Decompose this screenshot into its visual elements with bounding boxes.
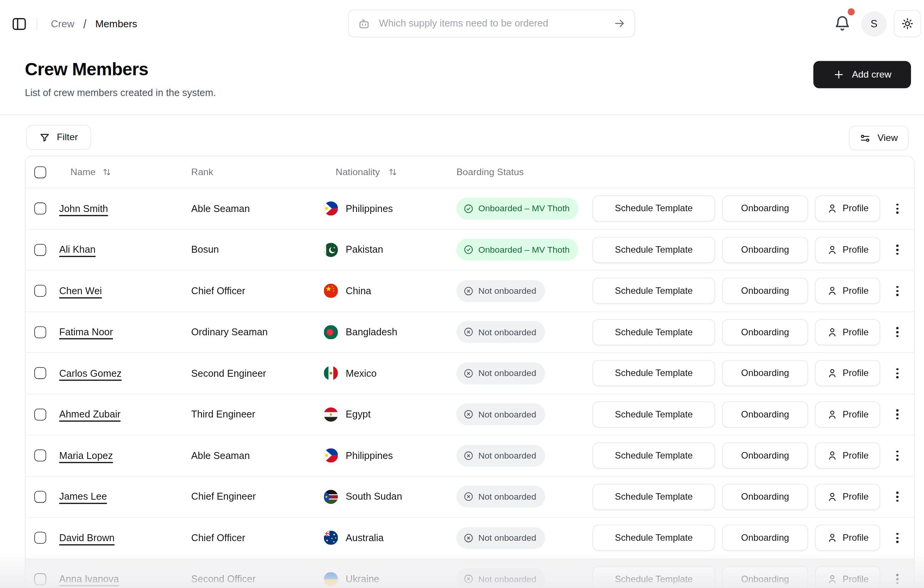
onboarding-button[interactable]: Onboarding [722, 278, 808, 304]
row-checkbox[interactable] [34, 573, 46, 585]
status-cell: Not onboarded [456, 445, 593, 467]
row-checkbox[interactable] [34, 285, 46, 297]
row-checkbox[interactable] [34, 326, 46, 338]
row-menu-button[interactable] [891, 320, 904, 344]
row-checkbox[interactable] [34, 409, 46, 421]
row-checkbox[interactable] [34, 244, 46, 256]
nationality-cell: Australia [324, 531, 456, 545]
crew-name-link[interactable]: Anna Ivanova [59, 573, 119, 584]
status-badge: Not onboarded [456, 568, 545, 588]
profile-button[interactable]: Profile [815, 237, 880, 263]
profile-label: Profile [843, 327, 869, 338]
breadcrumb: Crew / Members [51, 0, 137, 48]
row-menu-button[interactable] [891, 526, 904, 550]
user-avatar[interactable]: S [861, 11, 887, 36]
onboarding-button[interactable]: Onboarding [722, 195, 808, 222]
sidebar-toggle-button[interactable] [11, 16, 27, 32]
schedule-template-button[interactable]: Schedule Template [593, 319, 715, 345]
onboarding-button[interactable]: Onboarding [722, 237, 808, 263]
theme-toggle-button[interactable] [894, 10, 921, 37]
profile-button[interactable]: Profile [815, 566, 880, 588]
crew-name-link[interactable]: Ali Khan [59, 244, 96, 255]
flag-icon-pakistan [324, 243, 338, 257]
profile-button[interactable]: Profile [815, 278, 880, 304]
row-checkbox[interactable] [34, 367, 46, 379]
view-label: View [878, 133, 898, 143]
schedule-template-button[interactable]: Schedule Template [593, 442, 715, 469]
add-crew-button[interactable]: Add crew [813, 61, 911, 88]
breadcrumb-crew[interactable]: Crew [51, 18, 74, 30]
sort-icon[interactable] [388, 167, 398, 177]
row-menu-button[interactable] [891, 402, 904, 426]
schedule-template-button[interactable]: Schedule Template [593, 360, 715, 386]
ai-search-bar[interactable] [348, 10, 635, 37]
row-menu-button[interactable] [891, 485, 904, 509]
row-checkbox[interactable] [34, 450, 46, 462]
check-circle-icon [463, 245, 473, 255]
schedule-template-button[interactable]: Schedule Template [593, 237, 715, 263]
crew-name-link[interactable]: Carlos Gomez [59, 368, 122, 378]
row-menu-button[interactable] [891, 361, 904, 385]
schedule-template-button[interactable]: Schedule Template [593, 525, 715, 551]
profile-label: Profile [843, 409, 869, 420]
row-menu-button[interactable] [891, 444, 904, 467]
profile-button[interactable]: Profile [815, 319, 880, 345]
x-circle-icon [463, 533, 473, 543]
schedule-template-button[interactable]: Schedule Template [593, 484, 715, 510]
column-header-rank[interactable]: Rank [191, 167, 324, 177]
row-menu-button[interactable] [891, 279, 904, 303]
onboarding-button[interactable]: Onboarding [722, 566, 808, 588]
profile-label: Profile [843, 450, 869, 461]
onboarding-button[interactable]: Onboarding [722, 525, 808, 551]
profile-button[interactable]: Profile [815, 484, 880, 510]
profile-button[interactable]: Profile [815, 360, 880, 386]
onboarding-button[interactable]: Onboarding [722, 484, 808, 510]
crew-name-link[interactable]: James Lee [59, 491, 107, 502]
row-menu-button[interactable] [891, 567, 904, 588]
row-checkbox[interactable] [34, 532, 46, 544]
crew-name-link[interactable]: Fatima Noor [59, 326, 113, 337]
status-label: Not onboarded [478, 327, 536, 337]
rank-cell: Chief Engineer [191, 491, 324, 502]
crew-name-link[interactable]: John Smith [59, 203, 108, 214]
flag-icon-bangladesh [324, 325, 338, 339]
flag-icon-china [324, 284, 338, 298]
search-submit-arrow-icon[interactable] [613, 17, 626, 30]
crew-name-link[interactable]: Chen Wei [59, 285, 102, 296]
profile-button[interactable]: Profile [815, 401, 880, 427]
schedule-template-button[interactable]: Schedule Template [593, 278, 715, 304]
status-badge: Not onboarded [456, 527, 545, 549]
onboarding-button[interactable]: Onboarding [722, 319, 808, 345]
onboarding-button[interactable]: Onboarding [722, 401, 808, 427]
table-row: Ahmed Zubair Third Engineer Egypt Not on… [25, 394, 914, 435]
status-label: Not onboarded [478, 369, 536, 378]
schedule-template-button[interactable]: Schedule Template [593, 195, 715, 222]
search-input[interactable] [378, 17, 606, 30]
filter-button[interactable]: Filter [26, 125, 91, 150]
x-circle-icon [463, 492, 473, 502]
column-header-name[interactable]: Name [59, 167, 191, 177]
profile-button[interactable]: Profile [815, 442, 880, 469]
onboarding-button[interactable]: Onboarding [722, 442, 808, 469]
flag-icon-philippines [324, 449, 338, 463]
profile-button[interactable]: Profile [815, 525, 880, 551]
profile-button[interactable]: Profile [815, 195, 880, 222]
view-button[interactable]: View [849, 126, 909, 151]
schedule-template-button[interactable]: Schedule Template [593, 401, 715, 427]
select-all-checkbox[interactable] [34, 166, 46, 178]
crew-name-link[interactable]: Maria Lopez [59, 450, 113, 461]
table-body: John Smith Able Seaman Philippines Onboa… [25, 188, 914, 588]
notifications-button[interactable] [833, 14, 851, 32]
crew-name-link[interactable]: David Brown [59, 532, 114, 543]
crew-name-link[interactable]: Ahmed Zubair [59, 409, 121, 419]
schedule-template-button[interactable]: Schedule Template [593, 566, 715, 588]
row-checkbox[interactable] [34, 491, 46, 503]
x-circle-icon [463, 368, 473, 378]
column-header-nationality[interactable]: Nationality [324, 167, 456, 177]
row-checkbox[interactable] [34, 203, 46, 215]
row-menu-button[interactable] [891, 238, 904, 262]
row-menu-button[interactable] [891, 197, 904, 220]
onboarding-button[interactable]: Onboarding [722, 360, 808, 386]
row-actions: Schedule Template Onboarding Profile [593, 525, 907, 551]
sort-icon[interactable] [102, 167, 112, 177]
